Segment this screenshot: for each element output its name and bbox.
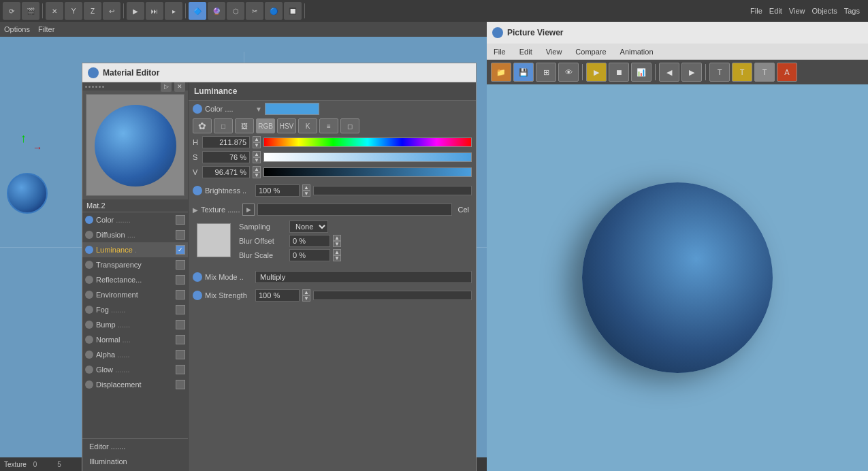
options-menu[interactable]: Options: [4, 25, 30, 33]
mix-strength-input[interactable]: [255, 289, 300, 302]
channel-alpha[interactable]: Alpha ......: [82, 347, 188, 362]
channel-check-glow[interactable]: [176, 365, 185, 374]
color-mode-square[interactable]: □: [214, 118, 233, 133]
pv-btn-text2[interactable]: T: [732, 63, 752, 82]
channel-check-environment[interactable]: [176, 290, 185, 299]
pv-btn-prev[interactable]: ◀: [659, 63, 679, 82]
s-spin-down[interactable]: ▼: [253, 157, 261, 163]
blur-scale-spin-up[interactable]: ▲: [333, 249, 341, 255]
channel-normal[interactable]: Normal ....: [82, 332, 188, 347]
color-arrow[interactable]: ▼: [255, 105, 262, 113]
mix-mode-value[interactable]: Multiply: [255, 271, 472, 283]
channel-check-displacement[interactable]: [176, 380, 185, 389]
pv-btn-text3[interactable]: T: [754, 63, 775, 82]
texture-collapse[interactable]: ▶: [193, 206, 198, 214]
menu-objects[interactable]: Objects: [811, 7, 837, 15]
s-slider-track[interactable]: [263, 152, 472, 162]
v-spin-up[interactable]: ▲: [253, 166, 261, 172]
channel-check-color[interactable]: [176, 215, 185, 225]
sampling-select[interactable]: None: [289, 221, 328, 233]
toolbar-y[interactable]: Y: [65, 2, 82, 20]
toolbar-cut[interactable]: ✂: [246, 2, 263, 20]
texture-bar[interactable]: [257, 204, 452, 216]
pv-menu-compare[interactable]: Compare: [573, 48, 609, 56]
color-mode-k[interactable]: K: [298, 118, 317, 133]
toolbar-frame[interactable]: ▸: [165, 2, 182, 20]
menu-edit[interactable]: Edit: [769, 7, 782, 15]
me-arrow-btn[interactable]: ▷: [161, 82, 172, 92]
me-close-btn[interactable]: ✕: [174, 82, 185, 92]
channel-check-fog[interactable]: [176, 305, 185, 314]
v-spin-down[interactable]: ▼: [253, 172, 261, 178]
mix-strength-spin-down[interactable]: ▼: [302, 295, 310, 302]
color-mode-hsv[interactable]: HSV: [277, 118, 296, 133]
texture-play-btn[interactable]: ▶: [242, 204, 255, 216]
toolbar-circle[interactable]: 🔵: [265, 2, 283, 20]
channel-reflectance[interactable]: Reflectance...: [82, 272, 188, 287]
filter-menu[interactable]: Filter: [38, 25, 54, 33]
blur-offset-spin-up[interactable]: ▲: [333, 235, 341, 241]
channel-check-diffusion[interactable]: [176, 230, 185, 240]
channel-check-transparency[interactable]: [176, 260, 185, 270]
toolbar-play[interactable]: ▶: [127, 2, 144, 20]
channel-check-normal[interactable]: [176, 335, 185, 344]
v-slider-track[interactable]: [263, 167, 472, 177]
color-swatch[interactable]: [265, 103, 319, 115]
channel-check-reflectance[interactable]: [176, 275, 185, 285]
toolbar-grid[interactable]: 🔲: [284, 2, 302, 20]
menu-view[interactable]: View: [789, 7, 805, 15]
pv-btn-stop[interactable]: ⏹: [609, 63, 629, 82]
pv-btn-a[interactable]: A: [777, 63, 797, 82]
channel-diffusion[interactable]: Diffusion ....: [82, 227, 188, 242]
toolbar-film[interactable]: 🎬: [22, 2, 39, 20]
brightness-value-input[interactable]: [255, 184, 300, 197]
pv-btn-render[interactable]: ▶: [586, 63, 607, 82]
pv-btn-grid[interactable]: ⊞: [536, 63, 556, 82]
menu-tags[interactable]: Tags: [844, 7, 860, 15]
channel-transparency[interactable]: Transparency: [82, 257, 188, 272]
pv-btn-save[interactable]: 💾: [513, 63, 534, 82]
color-mode-image[interactable]: 🖼: [235, 118, 254, 133]
me-drag-handle[interactable]: ▷ ✕: [82, 82, 188, 91]
pv-btn-chart[interactable]: 📊: [631, 63, 652, 82]
pv-btn-folder[interactable]: 📁: [491, 63, 511, 82]
channel-check-bump[interactable]: [176, 320, 185, 329]
toolbar-shape1[interactable]: 🔷: [189, 2, 206, 20]
pv-menu-file[interactable]: File: [491, 48, 509, 56]
pv-btn-text1[interactable]: T: [709, 63, 730, 82]
color-mode-spectrum[interactable]: ≡: [319, 118, 338, 133]
blur-scale-spin-down[interactable]: ▼: [333, 255, 341, 261]
illumination-item[interactable]: Illumination: [82, 454, 188, 469]
pv-menu-edit[interactable]: Edit: [517, 48, 535, 56]
h-slider-track[interactable]: [263, 137, 472, 147]
toolbar-logo[interactable]: ⟳: [3, 2, 20, 20]
toolbar-shape3[interactable]: ⬡: [227, 2, 244, 20]
h-spin-up[interactable]: ▲: [253, 136, 261, 142]
brightness-spin-down[interactable]: ▼: [302, 191, 310, 197]
channel-luminance[interactable]: Luminance . ✓: [82, 242, 188, 257]
channel-environment[interactable]: Environment: [82, 287, 188, 302]
toolbar-shape2[interactable]: 🔮: [208, 2, 225, 20]
toolbar-step[interactable]: ⏭: [146, 2, 163, 20]
toolbar-x[interactable]: ✕: [46, 2, 63, 20]
toolbar-rotate[interactable]: ↩: [103, 2, 120, 20]
channel-fog[interactable]: Fog .......: [82, 302, 188, 317]
channel-glow[interactable]: Glow .......: [82, 362, 188, 377]
pv-menu-animation[interactable]: Animation: [617, 48, 656, 56]
pv-btn-next[interactable]: ▶: [681, 63, 702, 82]
channel-displacement[interactable]: Displacement: [82, 377, 188, 392]
color-mode-rgb[interactable]: RGB: [256, 118, 275, 133]
color-mode-eyedrop[interactable]: ◻: [340, 118, 359, 133]
blur-offset-input[interactable]: [289, 235, 330, 247]
pv-menu-view[interactable]: View: [543, 48, 565, 56]
channel-color[interactable]: Color .......: [82, 212, 188, 227]
mix-strength-spin-up[interactable]: ▲: [302, 289, 310, 295]
pv-btn-eye[interactable]: 👁: [558, 63, 579, 82]
h-value-input[interactable]: [202, 136, 250, 148]
toolbar-z[interactable]: Z: [84, 2, 101, 20]
channel-bump[interactable]: Bump ......: [82, 317, 188, 332]
channel-check-alpha[interactable]: [176, 350, 185, 359]
brightness-spin-up[interactable]: ▲: [302, 184, 310, 191]
menu-file[interactable]: File: [750, 7, 762, 15]
v-value-input[interactable]: [202, 166, 250, 178]
